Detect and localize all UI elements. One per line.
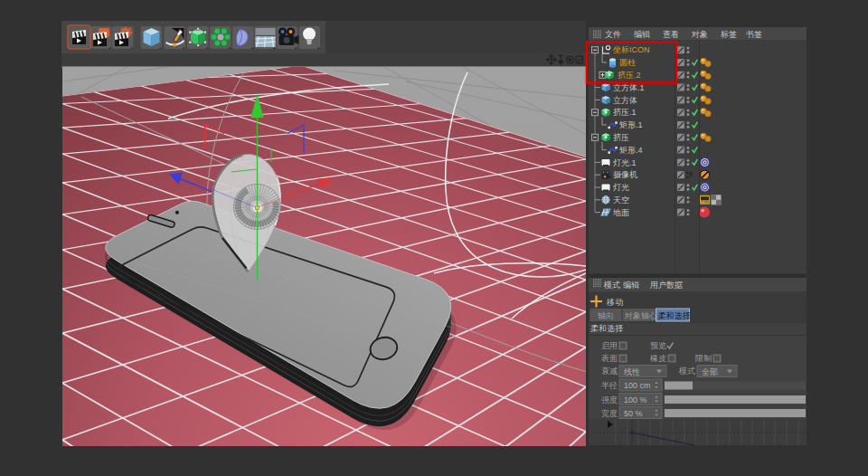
svg-text:100 cm: 100 cm xyxy=(624,381,651,390)
svg-text:矩形.4: 矩形.4 xyxy=(619,146,643,155)
svg-text:灯光.1: 灯光.1 xyxy=(613,158,637,167)
svg-text:柔和选择: 柔和选择 xyxy=(658,311,691,320)
svg-text:全部: 全部 xyxy=(702,367,718,376)
svg-text:宽度: 宽度 xyxy=(601,409,618,418)
svg-text:灯光: 灯光 xyxy=(613,183,629,192)
svg-text:书签: 书签 xyxy=(745,30,762,39)
svg-text:线性: 线性 xyxy=(624,367,640,376)
svg-text:柔和选择: 柔和选择 xyxy=(590,324,623,333)
svg-text:强度: 强度 xyxy=(601,395,618,405)
svg-text:矩形.1: 矩形.1 xyxy=(619,120,643,129)
svg-text:天空: 天空 xyxy=(613,195,629,205)
svg-text:挤压.1: 挤压.1 xyxy=(613,108,637,117)
svg-text:移动: 移动 xyxy=(606,298,623,307)
svg-text:模式: 模式 xyxy=(678,367,695,376)
svg-text:立方体.1: 立方体.1 xyxy=(613,83,645,92)
svg-text:摄像机: 摄像机 xyxy=(613,170,637,179)
svg-text:立方体: 立方体 xyxy=(613,96,637,105)
svg-text:100 %: 100 % xyxy=(624,395,647,405)
svg-text:挤压.2: 挤压.2 xyxy=(618,71,641,80)
svg-text:编辑: 编辑 xyxy=(634,30,650,39)
svg-text:文件: 文件 xyxy=(605,30,621,39)
svg-text:模式: 模式 xyxy=(603,281,620,290)
svg-text:编辑: 编辑 xyxy=(623,281,639,290)
svg-text:启用: 启用 xyxy=(601,341,618,350)
svg-text:预览: 预览 xyxy=(650,341,666,350)
svg-text:橡皮: 橡皮 xyxy=(649,354,666,363)
svg-text:表面: 表面 xyxy=(600,354,618,363)
svg-text:半径: 半径 xyxy=(601,381,618,390)
svg-text:圆柱: 圆柱 xyxy=(619,58,637,67)
svg-text:轴向: 轴向 xyxy=(598,311,614,320)
svg-text:标签: 标签 xyxy=(720,30,737,39)
svg-text:坐标ICON: 坐标ICON xyxy=(613,45,650,54)
svg-text:对象轴心: 对象轴心 xyxy=(624,311,657,320)
svg-text:查看: 查看 xyxy=(663,30,679,39)
svg-text:地面: 地面 xyxy=(612,208,629,217)
svg-text:挤压: 挤压 xyxy=(613,133,629,142)
svg-text:用户数据: 用户数据 xyxy=(650,281,683,290)
svg-text:限制: 限制 xyxy=(695,354,712,363)
svg-text:衰减: 衰减 xyxy=(601,367,618,376)
svg-text:对象: 对象 xyxy=(691,30,708,39)
svg-text:50 %: 50 % xyxy=(624,409,643,418)
